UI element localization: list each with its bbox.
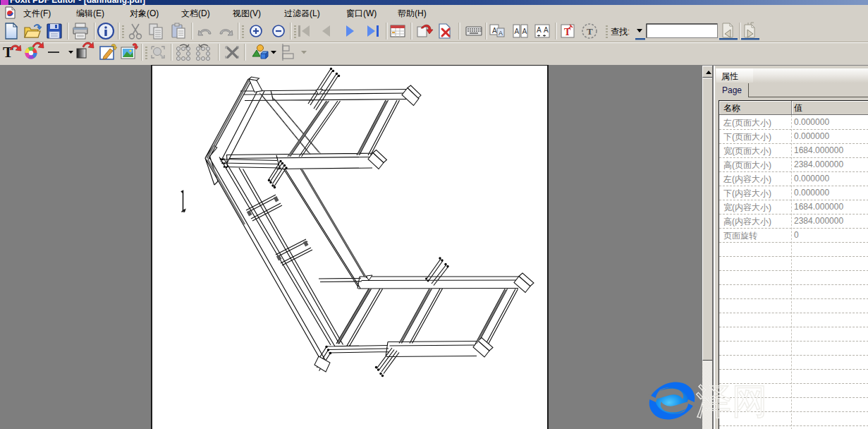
svg-text:A: A [515,28,520,35]
svg-text:A: A [499,30,503,37]
svg-text:A: A [544,26,549,34]
svg-text:A: A [492,27,497,35]
svg-text:查找:: 查找: [611,27,630,37]
svg-text:T: T [3,43,13,61]
svg-text:T: T [587,26,593,37]
svg-text:T: T [564,27,571,37]
svg-text:A: A [537,26,542,34]
svg-text:A: A [522,28,527,35]
